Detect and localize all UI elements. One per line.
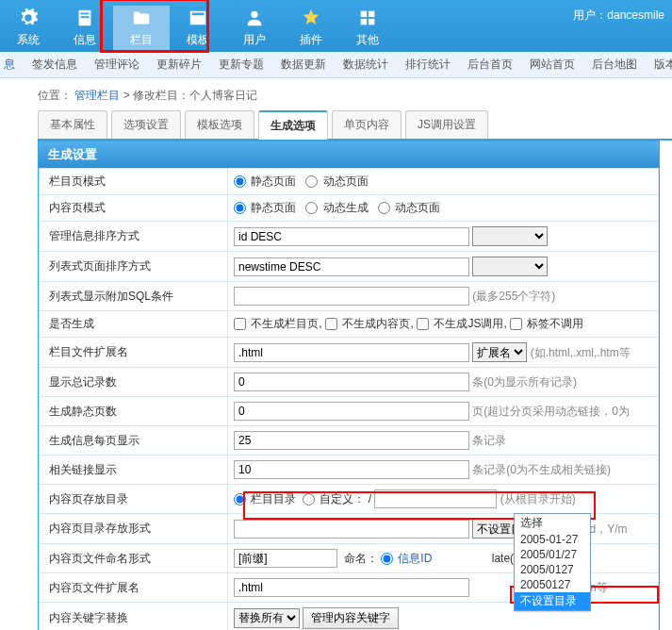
related-links-input[interactable] (234, 460, 469, 479)
subnav-item[interactable]: 排行统计 (405, 57, 451, 73)
hint: (最多255个字符) (472, 290, 555, 303)
radio-dynamic[interactable]: 动态页面 (305, 174, 368, 188)
subnav-item[interactable]: 管理评论 (94, 57, 139, 73)
label: 栏目页模式 (40, 169, 228, 195)
label: 列表式页面排序方式 (40, 252, 228, 282)
hint: 条记录 (472, 434, 506, 447)
subnav-item[interactable]: 更新专题 (219, 57, 264, 73)
radio[interactable]: 自定义： (303, 492, 365, 506)
hint: 页(超过分页采用动态链接，0为 (472, 405, 630, 418)
static-pages-input[interactable] (234, 402, 469, 421)
user-info: 用户：dancesmile (573, 8, 664, 24)
user-icon (239, 6, 270, 30)
check[interactable]: 不生成JS调用, (417, 317, 507, 330)
sort-list-input[interactable] (234, 257, 469, 276)
subnav: 息 签发信息 管理评论 更新碎片 更新专题 数据更新 数据统计 排行统计 后台首… (0, 52, 672, 78)
infoid-link[interactable]: 信息ID (398, 552, 432, 565)
subnav-item[interactable]: 签发信息 (32, 57, 77, 73)
mid-label: 命名： (344, 552, 378, 565)
manage-keywords-button[interactable]: 管理内容关键字 (303, 607, 399, 629)
hint: 条记录(0为不生成相关链接) (472, 463, 611, 476)
sep: / (369, 492, 371, 506)
sort-admin-input[interactable] (234, 227, 469, 246)
check[interactable]: 不生成内容页, (325, 317, 414, 330)
grid-icon (352, 6, 383, 30)
subnav-item[interactable]: 息 (4, 57, 15, 73)
sort-admin-select[interactable] (472, 226, 548, 246)
tab-generate[interactable]: 生成选项 (258, 110, 328, 140)
subnav-item[interactable]: 数据统计 (343, 57, 388, 73)
label: 相关链接显示 (40, 456, 228, 485)
topnav-info[interactable]: 信息 (57, 6, 113, 52)
file-prefix-input[interactable] (234, 549, 337, 568)
radio-static[interactable]: 静态页面 (234, 174, 296, 188)
topnav-column[interactable]: 栏目 (113, 6, 170, 52)
check[interactable]: 标签不调用 (510, 317, 583, 330)
label: 是否生成 (40, 311, 228, 338)
breadcrumb: 位置： 管理栏目 > 修改栏目：个人博客日记 (0, 78, 672, 109)
svg-rect-7 (369, 11, 374, 17)
dir-format-dropdown[interactable]: 选择 2005-01-27 2005/01/27 2005/0127 20050… (514, 513, 591, 611)
star-icon (296, 6, 326, 30)
dropdown-option[interactable]: 选择 (515, 514, 590, 532)
tab-basic[interactable]: 基本属性 (38, 110, 107, 139)
crumb-prefix: 位置： (38, 89, 72, 102)
hint: (如.html,.xml,.htm等 (531, 346, 631, 359)
label: 显示总记录数 (40, 368, 228, 397)
label: 列表式显示附加SQL条件 (40, 282, 228, 311)
content-ext-input[interactable] (234, 578, 469, 597)
topnav-template[interactable]: 模板 (170, 6, 226, 52)
dropdown-option-selected[interactable]: 不设置目录 (515, 592, 590, 610)
tab-js[interactable]: JS调用设置 (405, 110, 488, 139)
topnav-label: 栏目 (130, 33, 153, 46)
label: 生成静态页数 (40, 397, 228, 426)
subnav-item[interactable]: 后台首页 (467, 57, 513, 73)
crumb-link[interactable]: 管理栏目 (74, 89, 120, 102)
topnav-other[interactable]: 其他 (339, 6, 396, 52)
folder-icon (126, 6, 156, 30)
sql-cond-input[interactable] (234, 287, 469, 306)
label: 内容关键字替换 (40, 603, 228, 631)
tab-options[interactable]: 选项设置 (111, 110, 181, 139)
label: 内容页模式 (40, 195, 228, 222)
custom-dir-input[interactable] (374, 489, 497, 508)
radio[interactable]: 静态页面 (234, 201, 296, 214)
keyword-replace-select[interactable]: 替换所有 (234, 608, 300, 628)
svg-point-5 (251, 11, 257, 18)
hint: (从根目录开始) (500, 492, 576, 506)
topnav: 系统 信息 栏目 模板 用户 插件 其他 用户：dancesmile (0, 0, 672, 52)
subnav-item[interactable]: 后台地图 (592, 57, 637, 73)
dropdown-option[interactable]: 20050127 (515, 577, 590, 592)
col-ext-input[interactable] (234, 343, 469, 362)
dir-format-input[interactable] (234, 520, 469, 539)
radio[interactable]: 动态页面 (378, 201, 440, 214)
radio[interactable]: 动态生成 (305, 201, 368, 214)
subnav-item[interactable]: 网站首页 (530, 57, 575, 73)
radio[interactable]: 栏目目录 (234, 492, 296, 506)
topnav-user[interactable]: 用户 (226, 6, 283, 52)
topnav-label: 用户 (243, 33, 266, 46)
sort-list-select[interactable] (472, 257, 548, 276)
svg-rect-2 (80, 16, 89, 18)
topnav-system[interactable]: 系统 (0, 6, 57, 52)
perpage-input[interactable] (234, 431, 469, 450)
check[interactable]: 不生成栏目页, (234, 317, 322, 330)
layout-icon (183, 6, 213, 30)
tab-template[interactable]: 模板选项 (185, 110, 254, 139)
subnav-item[interactable]: 数据更新 (281, 57, 326, 73)
tab-single[interactable]: 单页内容 (332, 110, 402, 139)
radio[interactable] (381, 552, 395, 565)
label: 内容页存放目录 (40, 485, 228, 514)
username: dancesmile (607, 8, 664, 22)
subnav-item[interactable]: 版本 (654, 57, 672, 73)
topnav-plugin[interactable]: 插件 (283, 6, 339, 52)
total-records-input[interactable] (234, 373, 469, 391)
dropdown-option[interactable]: 2005-01-27 (515, 532, 590, 547)
dropdown-option[interactable]: 2005/01/27 (515, 547, 590, 562)
dropdown-option[interactable]: 2005/0127 (515, 562, 590, 577)
tabs: 基本属性 选项设置 模板选项 生成选项 单页内容 JS调用设置 (38, 109, 672, 141)
topnav-label: 信息 (74, 33, 96, 46)
subnav-item[interactable]: 更新碎片 (156, 57, 202, 73)
settings-panel: 生成设置 栏目页模式 静态页面 动态页面 内容页模式 静态页面 动态生成 动态页… (38, 141, 660, 630)
col-ext-select[interactable]: 扩展名 (472, 342, 527, 362)
